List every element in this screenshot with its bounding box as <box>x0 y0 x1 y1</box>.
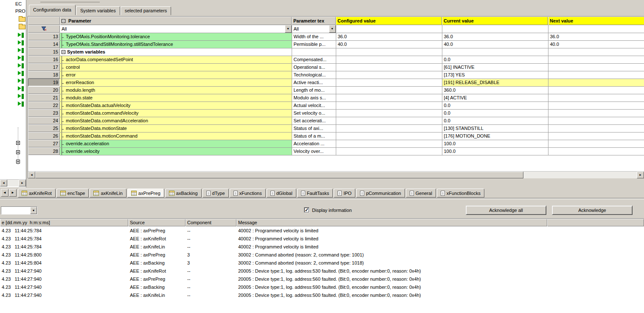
row-number[interactable]: 21 <box>28 94 60 102</box>
row-number[interactable]: 28 <box>28 147 60 155</box>
column-header-configured-value[interactable]: Configured value <box>336 17 442 25</box>
next-value-cell[interactable] <box>548 117 644 124</box>
configured-value-cell[interactable] <box>336 86 442 94</box>
alarm-row[interactable]: 4.23 11:44:25:784AEE : axKnifeLin--40002… <box>0 243 644 251</box>
parameter-text-filter-dropdown[interactable]: All ▼ <box>292 25 336 33</box>
tree-item-label[interactable]: PRO <box>15 8 25 14</box>
axis-object-icon[interactable] <box>18 55 25 61</box>
axis-object-icon[interactable] <box>18 86 25 92</box>
object-tab-xfunctions[interactable]: xFunctions <box>230 189 266 197</box>
next-value-cell[interactable] <box>548 109 644 117</box>
row-number[interactable]: 26 <box>28 132 60 140</box>
tree-item-label[interactable]: EC <box>15 1 22 6</box>
parameter-name-cell[interactable]: motionStateData.commandAcceleration <box>60 117 292 124</box>
row-number[interactable]: 18 <box>28 71 60 79</box>
row-number[interactable]: 17 <box>28 63 60 71</box>
scroll-right-icon[interactable]: ► <box>637 172 644 178</box>
configured-value-cell[interactable] <box>336 147 442 155</box>
grid-horizontal-scrollbar[interactable]: ◄ ► <box>28 171 644 178</box>
parameter-text-cell[interactable]: Active reacti... <box>292 79 336 86</box>
axis-object-icon[interactable] <box>18 63 25 69</box>
parameter-filter-dropdown[interactable]: All ▼ <box>60 25 292 33</box>
collapse-icon[interactable] <box>62 50 65 54</box>
axis-object-icon[interactable] <box>18 101 25 107</box>
parameter-name-cell[interactable]: motionStateData.motionState <box>60 124 292 132</box>
next-value-cell[interactable] <box>548 56 644 63</box>
tree-expand-icon[interactable] <box>16 141 20 145</box>
parameter-text-cell[interactable]: Status of axi... <box>292 124 336 132</box>
folder-icon[interactable] <box>19 17 25 22</box>
parameter-name-cell[interactable]: override.velocity <box>60 147 292 155</box>
parameter-text-cell[interactable]: Status of a m... <box>292 132 336 140</box>
object-tab-axprepreg[interactable]: axPrePreg <box>127 189 164 197</box>
parameter-name-cell[interactable]: modulo.length <box>60 86 292 94</box>
current-value-cell[interactable]: [130] STANDSTILL <box>442 124 548 132</box>
next-value-cell[interactable]: 40.0 <box>548 40 644 48</box>
alarm-row[interactable]: 4.23 11:44:25:784AEE : axKnifeRot--40002… <box>0 234 644 243</box>
tree-expand-icon[interactable] <box>16 150 20 154</box>
parameter-text-cell[interactable]: Compensated... <box>292 56 336 63</box>
current-value-cell[interactable] <box>442 48 548 56</box>
parameter-text-cell[interactable]: Permissible p... <box>292 40 336 48</box>
next-value-cell[interactable] <box>548 71 644 79</box>
configured-value-cell[interactable] <box>336 48 442 56</box>
configured-value-cell[interactable] <box>336 71 442 79</box>
axis-object-icon[interactable] <box>18 93 25 99</box>
collapse-all-icon[interactable] <box>62 19 65 23</box>
row-number[interactable]: 16 <box>28 56 60 63</box>
dropdown-arrow-icon[interactable]: ▼ <box>329 25 336 33</box>
object-tab-dtype[interactable]: dType <box>202 189 229 197</box>
configured-value-cell[interactable] <box>336 63 442 71</box>
configured-value-cell[interactable] <box>336 140 442 147</box>
row-number[interactable]: 24 <box>28 117 60 124</box>
parameter-name-cell[interactable]: error <box>60 71 292 79</box>
parameter-text-cell[interactable]: Acceleration ... <box>292 140 336 147</box>
dropdown-arrow-icon[interactable]: ▼ <box>30 207 37 214</box>
parameter-name-cell[interactable]: override.acceleration <box>60 140 292 147</box>
alarm-row[interactable]: 4.23 11:44:25:784AEE : axPrePreg--40002 … <box>0 226 644 234</box>
axis-object-icon[interactable] <box>18 40 25 46</box>
column-header-parameter-text[interactable]: Parameter tex <box>292 17 336 25</box>
row-number[interactable]: 27 <box>28 140 60 147</box>
current-value-cell[interactable]: 0.0 <box>442 109 548 117</box>
parameter-name-cell[interactable]: actorData.compensatedSetPoint <box>60 56 292 63</box>
configured-value-cell[interactable] <box>336 79 442 86</box>
dropdown-arrow-icon[interactable]: ▼ <box>285 25 292 33</box>
group-row-cell[interactable]: System variables <box>60 48 292 56</box>
configured-value-cell[interactable] <box>336 117 442 124</box>
acknowledge-all-button[interactable]: Acknowledge all <box>466 206 546 215</box>
current-value-cell[interactable]: 100.0 <box>442 147 548 155</box>
object-tab-enctape[interactable]: encTape <box>56 189 89 197</box>
row-number[interactable]: 15 <box>28 48 60 56</box>
parameter-name-cell[interactable]: errorReaction <box>60 79 292 86</box>
object-tab-axbacking[interactable]: axBacking <box>165 189 202 197</box>
next-value-cell[interactable] <box>548 102 644 109</box>
axis-object-icon[interactable] <box>18 70 25 76</box>
current-value-cell[interactable]: [176] MOTION_DONE <box>442 132 548 140</box>
parameter-text-cell[interactable]: Technological... <box>292 71 336 79</box>
view-tab-configuration-data[interactable]: Configuration data <box>29 5 76 15</box>
axis-object-icon[interactable] <box>18 78 25 84</box>
tab-scroll-right-button[interactable]: ► <box>9 189 17 197</box>
object-tab-xfunctionblocks[interactable]: xFunctionBlocks <box>437 189 484 197</box>
folder-icon[interactable] <box>19 25 25 29</box>
column-header-next-value[interactable]: Next value <box>548 17 644 25</box>
column-header-component[interactable]: Component <box>186 219 236 226</box>
object-tab-general[interactable]: General <box>406 189 436 197</box>
row-number[interactable]: 13 <box>28 33 60 40</box>
parameter-text-cell[interactable]: Width of the ... <box>292 33 336 40</box>
alarm-row[interactable]: 4.23 11:44:25:804AEE : axBacking330002 :… <box>0 259 644 267</box>
view-tab-system-variables[interactable]: System variables <box>76 6 120 15</box>
parameter-text-cell[interactable] <box>292 48 336 56</box>
next-value-cell[interactable] <box>548 124 644 132</box>
axis-object-icon[interactable] <box>18 48 25 54</box>
column-header-parameter[interactable]: Parameter <box>60 17 292 25</box>
column-header-message[interactable]: Message <box>236 219 547 226</box>
axis-object-icon[interactable] <box>18 32 25 38</box>
next-value-cell[interactable] <box>548 48 644 56</box>
next-value-cell[interactable] <box>548 86 644 94</box>
row-number[interactable]: 23 <box>28 109 60 117</box>
column-header-source[interactable]: Source <box>128 219 186 226</box>
configured-value-cell[interactable] <box>336 109 442 117</box>
parameter-text-cell[interactable]: Set accelerati... <box>292 117 336 124</box>
